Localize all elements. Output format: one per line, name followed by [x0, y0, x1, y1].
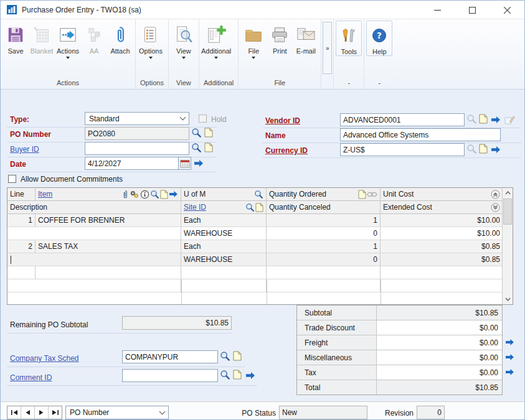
buyer-id-note-button[interactable] [204, 142, 213, 152]
expansion-arrow-icon[interactable] [169, 190, 178, 198]
minimize-button[interactable] [420, 1, 455, 19]
email-button[interactable]: E-mail [293, 21, 319, 55]
comment-id-lookup-button[interactable] [220, 370, 230, 380]
date-calendar-button[interactable] [178, 157, 191, 170]
paperclip-icon[interactable] [121, 190, 129, 199]
note-icon[interactable] [255, 203, 263, 212]
browse-by-select[interactable]: PO Number [65, 406, 169, 419]
freight-expansion-button[interactable] [505, 338, 514, 346]
first-record-button[interactable] [7, 406, 21, 419]
line-cell[interactable]: 1 [7, 214, 35, 226]
company-tax-sched-label[interactable]: Company Tax Sched [10, 354, 79, 363]
miscellaneous-expansion-button[interactable] [505, 353, 514, 361]
company-tax-note-button[interactable] [233, 351, 242, 361]
help-button[interactable]: ? Help [366, 21, 392, 56]
vendor-name-label: Name [265, 131, 286, 140]
allow-commitments-checkbox[interactable] [8, 175, 16, 183]
comment-id-field[interactable] [122, 369, 218, 382]
cost-cell[interactable]: $0.85 [381, 240, 503, 253]
description-cell[interactable] [7, 253, 181, 266]
vendor-id-note-button[interactable] [479, 114, 488, 124]
quantity-cell[interactable]: 0 [267, 253, 381, 266]
toolbar-overflow-button[interactable]: » [323, 22, 332, 74]
cost-cell[interactable]: $10.00 [381, 227, 503, 240]
vendor-id-field[interactable]: ADVANCED0001 [340, 113, 465, 126]
buyer-id-lookup-button[interactable] [191, 142, 202, 153]
gears-icon[interactable] [130, 190, 140, 199]
comment-id-note-button[interactable] [233, 370, 242, 380]
unit-cost-header-label: Unit Cost [383, 190, 414, 198]
freight-value[interactable]: $0.00 [377, 335, 502, 350]
po-number-field[interactable]: PO2080 [85, 127, 189, 140]
company-tax-lookup-button[interactable] [220, 351, 230, 362]
tax-value[interactable]: $0.00 [377, 365, 502, 380]
currency-id-expansion-button[interactable] [491, 146, 501, 154]
item-cell[interactable]: SALES TAX [35, 240, 181, 253]
currency-id-label[interactable]: Currency ID [265, 146, 308, 155]
site-cell[interactable]: WAREHOUSE [181, 253, 267, 266]
note-icon[interactable] [160, 190, 168, 199]
search-icon[interactable] [245, 203, 255, 212]
date-field[interactable]: 4/12/2027 [85, 157, 179, 170]
item-cell[interactable]: COFFEE FOR BRENNER [35, 214, 181, 226]
scroll-up-button[interactable] [503, 188, 513, 198]
description-cell[interactable] [7, 227, 181, 240]
close-button[interactable] [490, 1, 524, 19]
save-button[interactable]: Save [2, 21, 29, 55]
scrollbar-thumb[interactable] [503, 198, 512, 225]
tools-button[interactable]: Tools [336, 21, 362, 56]
item-link[interactable]: Item [38, 190, 52, 198]
info-icon[interactable] [140, 190, 149, 199]
trade-discount-value[interactable]: $0.00 [377, 320, 502, 335]
date-expansion-button[interactable] [194, 159, 204, 167]
search-icon[interactable] [254, 190, 263, 199]
cost-cell[interactable]: $0.85 [381, 253, 503, 266]
table-row: 1 COFFEE FOR BRENNER Each 1 $10.00 [7, 214, 513, 227]
options-button[interactable]: Options [138, 21, 164, 59]
table-row-empty[interactable] [7, 279, 513, 292]
additional-button[interactable]: Additional [201, 21, 231, 59]
attach-button[interactable]: Attach [107, 21, 133, 55]
comment-id-label[interactable]: Comment ID [10, 373, 52, 382]
company-tax-sched-field[interactable]: COMPANYPUR [122, 350, 218, 363]
view-button[interactable]: View [171, 21, 197, 59]
cost-cell[interactable]: $10.00 [381, 214, 503, 226]
comment-id-expansion-button[interactable] [245, 371, 255, 380]
next-record-button[interactable] [35, 406, 49, 419]
type-select[interactable]: Standard [85, 112, 189, 125]
print-button[interactable]: Print [267, 21, 293, 55]
quantity-cell[interactable]: 1 [267, 214, 381, 226]
quantity-cell[interactable]: 1 [267, 240, 381, 253]
line-cell[interactable]: 2 [7, 240, 35, 253]
tax-expansion-button[interactable] [505, 368, 514, 376]
expansion-arrow-icon [491, 146, 501, 154]
maximize-button[interactable] [455, 1, 490, 19]
miscellaneous-value[interactable]: $0.00 [377, 350, 502, 365]
currency-id-note-button[interactable] [479, 144, 488, 154]
uofm-cell[interactable]: Each [181, 240, 267, 253]
vendor-name-field[interactable]: Advanced Office Systems [340, 128, 501, 141]
actions-button[interactable]: Actions [55, 21, 81, 59]
grid-scrollbar[interactable] [502, 188, 513, 304]
vendor-id-expansion-button[interactable] [491, 116, 501, 124]
file-button[interactable]: File [240, 21, 267, 59]
previous-record-button[interactable] [21, 406, 35, 419]
po-number-lookup-button[interactable] [191, 128, 202, 138]
chevron-down-icon [180, 114, 186, 121]
uofm-cell[interactable]: Each [181, 214, 267, 226]
scroll-down-button[interactable] [503, 294, 513, 304]
site-id-link[interactable]: Site ID [184, 203, 206, 212]
note-icon[interactable] [358, 190, 366, 199]
search-icon[interactable] [150, 190, 159, 199]
buyer-id-field[interactable] [85, 142, 189, 155]
buyer-id-label[interactable]: Buyer ID [10, 145, 39, 154]
site-cell[interactable]: WAREHOUSE [181, 227, 267, 240]
last-record-button[interactable] [49, 406, 62, 419]
collapse-rows-icon[interactable] [491, 190, 500, 199]
quantity-cell[interactable]: 0 [267, 227, 381, 240]
currency-id-field[interactable]: Z-US$ [340, 143, 465, 156]
expand-rows-icon[interactable] [491, 203, 500, 212]
table-row-empty[interactable] [7, 266, 513, 279]
vendor-id-label[interactable]: Vendor ID [265, 116, 300, 125]
po-number-note-button[interactable] [204, 128, 213, 138]
